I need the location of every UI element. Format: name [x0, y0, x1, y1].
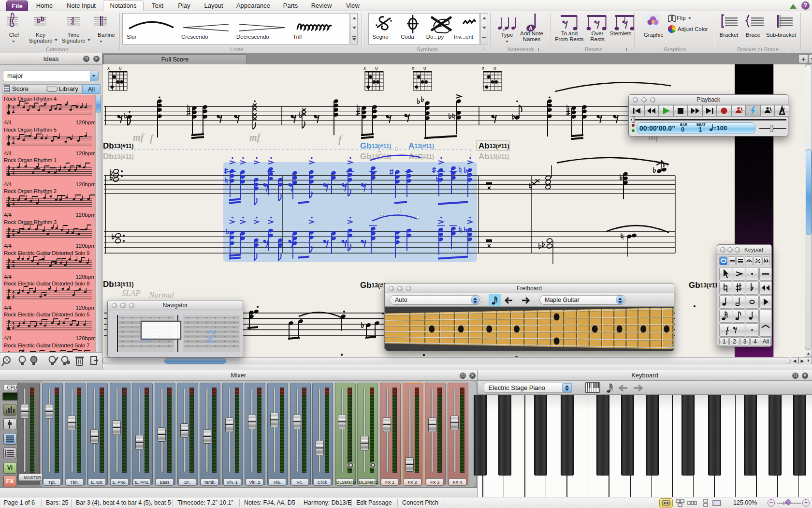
- svg-text:mf: mf: [133, 132, 145, 143]
- svg-text:4: 4: [12, 171, 14, 176]
- svg-text:x: x: [107, 65, 110, 71]
- svg-text:Normal: Normal: [148, 290, 174, 299]
- svg-text:o: o: [375, 65, 378, 71]
- svg-text:o: o: [423, 65, 426, 71]
- svg-text:x: x: [503, 28, 505, 32]
- svg-text:mf: mf: [249, 132, 261, 143]
- svg-text:x: x: [363, 65, 366, 71]
- svg-text:2: 2: [206, 327, 216, 347]
- svg-text:4: 4: [12, 140, 14, 145]
- svg-text:4: 4: [12, 294, 14, 299]
- svg-text:Db13(#11): Db13(#11): [103, 280, 133, 289]
- svg-text:4: 4: [12, 325, 14, 330]
- svg-text:b: b: [41, 15, 44, 22]
- svg-text:Ab13(#11): Ab13(#11): [478, 141, 509, 150]
- svg-text:b: b: [37, 17, 41, 24]
- svg-text:4: 4: [71, 20, 74, 26]
- svg-text:f: f: [338, 134, 343, 145]
- svg-text:Ab13(#11): Ab13(#11): [478, 152, 509, 161]
- svg-text:4: 4: [12, 109, 14, 114]
- svg-text:A13(#11): A13(#11): [408, 141, 434, 150]
- svg-text:o: o: [493, 65, 496, 71]
- svg-text:f: f: [150, 133, 154, 144]
- svg-text:x: x: [412, 65, 414, 71]
- svg-text:o: o: [119, 65, 122, 71]
- svg-text:+: +: [104, 21, 106, 26]
- svg-text:4: 4: [12, 202, 14, 207]
- svg-text:Gb13(#11): Gb13(#11): [689, 281, 720, 290]
- svg-text:Db13(#11): Db13(#11): [103, 141, 133, 150]
- svg-text:4: 4: [12, 233, 14, 238]
- svg-text:Db13(#11): Db13(#11): [103, 152, 133, 161]
- svg-text:SLAP: SLAP: [122, 288, 141, 298]
- svg-text:Gb13(#11): Gb13(#11): [360, 141, 391, 150]
- svg-text:4: 4: [12, 264, 14, 269]
- svg-text:x: x: [482, 65, 484, 71]
